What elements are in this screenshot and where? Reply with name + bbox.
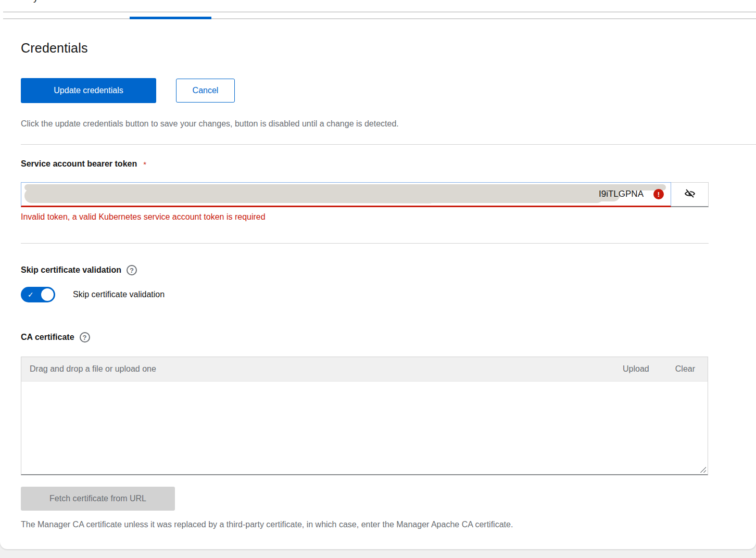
skip-validation-label: Skip certificate validation (21, 265, 121, 275)
redaction-scribble (157, 185, 438, 203)
skip-validation-toggle[interactable]: ✓ (21, 287, 55, 302)
credentials-card: y Credentials Update credentials Cancel … (0, 0, 756, 549)
token-input[interactable]: I9iTLGPNA ! (21, 182, 671, 207)
question-circle-icon[interactable]: ? (127, 265, 137, 275)
eye-slash-icon (684, 187, 696, 201)
file-upload-bar[interactable]: Drag and drop a file or upload one Uploa… (21, 357, 708, 382)
top-divider (3, 11, 756, 12)
file-upload-placeholder: Drag and drop a file or upload one (30, 364, 623, 374)
cancel-button[interactable]: Cancel (176, 79, 235, 103)
clear-button[interactable]: Clear (675, 364, 695, 374)
toggle-knob (41, 288, 54, 301)
token-label-row: Service account bearer token * (21, 159, 146, 169)
ca-certificate-label-row: CA certificate ? (21, 332, 90, 343)
skip-validation-switch-label: Skip certificate validation (73, 290, 165, 299)
section-divider (21, 144, 756, 145)
ca-certificate-helper-text: The Manager CA certificate unless it was… (21, 520, 513, 529)
token-error-message: Invalid token, a valid Kubernetes servic… (21, 212, 266, 222)
upload-button[interactable]: Upload (623, 364, 649, 374)
question-circle-icon[interactable]: ? (80, 332, 90, 343)
ca-certificate-label: CA certificate (21, 333, 74, 342)
token-visible-value: I9iTLGPNA (599, 189, 644, 199)
clipped-text-fragment: y (33, 0, 47, 5)
exclamation-circle-icon: ! (653, 189, 664, 199)
skip-validation-label-row: Skip certificate validation ? (21, 265, 137, 275)
token-label: Service account bearer token (21, 159, 137, 169)
file-upload-body (21, 382, 708, 474)
toggle-token-visibility-button[interactable] (671, 182, 709, 207)
ca-certificate-file-upload: Drag and drop a file or upload one Uploa… (21, 357, 708, 475)
ca-certificate-textarea[interactable] (21, 382, 708, 474)
required-asterisk: * (143, 160, 146, 169)
skip-validation-switch-row: ✓ Skip certificate validation (21, 287, 165, 302)
fetch-certificate-button[interactable]: Fetch certificate from URL (21, 487, 175, 511)
active-tab-underline[interactable] (130, 17, 211, 19)
tabs-bottom-border (3, 18, 756, 19)
section-divider (21, 243, 709, 244)
update-credentials-button[interactable]: Update credentials (21, 78, 156, 103)
page-title: Credentials (21, 41, 88, 56)
check-icon: ✓ (28, 290, 34, 299)
save-helper-text: Click the update credentials button to s… (21, 119, 399, 129)
token-input-group: I9iTLGPNA ! (21, 182, 709, 207)
